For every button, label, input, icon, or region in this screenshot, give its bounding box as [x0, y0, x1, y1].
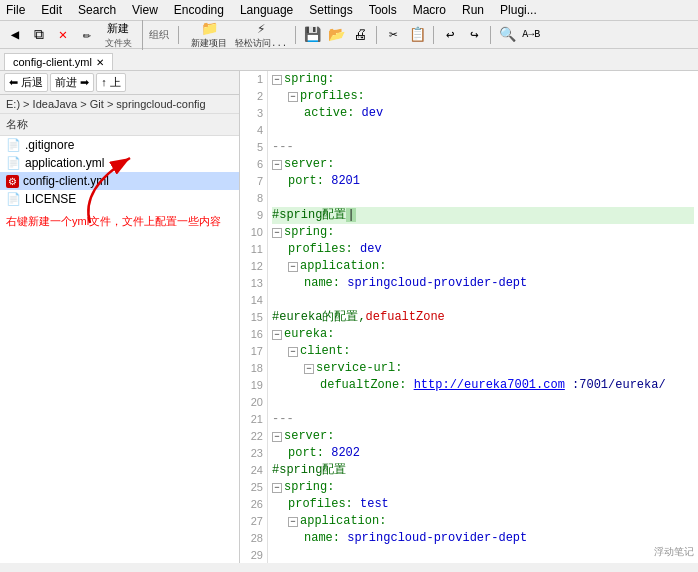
ln-2: 2	[240, 88, 267, 105]
toolbar-sep-1	[178, 26, 179, 44]
minus-1[interactable]: −	[272, 75, 282, 85]
code-line-2: −profiles:	[272, 88, 694, 105]
code-line-6: −server:	[272, 156, 694, 173]
toolbar-copy[interactable]: ⧉	[28, 24, 50, 46]
menu-view[interactable]: View	[130, 2, 160, 18]
menu-run[interactable]: Run	[460, 2, 486, 18]
minus-6[interactable]: −	[272, 160, 282, 170]
code-line-27: −application:	[272, 513, 694, 530]
ln-27: 27	[240, 513, 267, 530]
code-line-1: −spring:	[272, 71, 694, 88]
toolbar-sep-5	[490, 26, 491, 44]
ln-4: 4	[240, 122, 267, 139]
toolbar-print[interactable]: 🖨	[349, 24, 371, 46]
toolbar-redo[interactable]: ↪	[463, 24, 485, 46]
ln-24: 24	[240, 462, 267, 479]
editor-area[interactable]: 1 2 3 4 5 6 7 8 9 10 11 12 13 14 15 16 1…	[240, 71, 698, 563]
code-line-20	[272, 394, 694, 411]
toolbar-rename[interactable]: ✏	[76, 24, 98, 46]
menu-plugin[interactable]: Plugi...	[498, 2, 539, 18]
minus-25[interactable]: −	[272, 483, 282, 493]
toolbar-new-project[interactable]: 📁 新建项目	[188, 19, 230, 51]
code-line-10: −spring:	[272, 224, 694, 241]
menu-search[interactable]: Search	[76, 2, 118, 18]
minus-22[interactable]: −	[272, 432, 282, 442]
toolbar-open[interactable]: 📂	[325, 24, 347, 46]
menu-encoding[interactable]: Encoding	[172, 2, 226, 18]
main-layout: ⬅ 后退 前进 ➡ ↑ 上 E:) > IdeaJava > Git > spr…	[0, 71, 698, 563]
menu-edit[interactable]: Edit	[39, 2, 64, 18]
sidebar-toolbar: ⬅ 后退 前进 ➡ ↑ 上	[0, 71, 239, 95]
ln-6: 6	[240, 156, 267, 173]
menu-macro[interactable]: Macro	[411, 2, 448, 18]
code-line-4	[272, 122, 694, 139]
toolbar-cut[interactable]: ✂	[382, 24, 404, 46]
menu-file[interactable]: File	[4, 2, 27, 18]
ln-8: 8	[240, 190, 267, 207]
code-line-7: port: 8201	[272, 173, 694, 190]
code-line-25: −spring:	[272, 479, 694, 496]
toolbar-save[interactable]: 💾	[301, 24, 323, 46]
ln-18: 18	[240, 360, 267, 377]
toolbar-quick-access[interactable]: ⚡ 轻松访问...	[232, 19, 290, 51]
ln-23: 23	[240, 445, 267, 462]
toolbar-new-item[interactable]: 新建	[104, 20, 132, 37]
menu-language[interactable]: Language	[238, 2, 295, 18]
minus-12[interactable]: −	[288, 262, 298, 272]
code-line-29	[272, 547, 694, 563]
toolbar-delete[interactable]: ✕	[52, 24, 74, 46]
breadcrumb: E:) > IdeaJava > Git > springcloud-confi…	[0, 95, 239, 114]
ln-21: 21	[240, 411, 267, 428]
code-line-21: ---	[272, 411, 694, 428]
ln-20: 20	[240, 394, 267, 411]
annotation-text: 右键新建一个yml文件，文件上配置一些内容	[0, 208, 239, 235]
code-line-18: −service-url:	[272, 360, 694, 377]
sidebar-up-btn[interactable]: ↑ 上	[96, 73, 126, 92]
code-line-15: #eureka的配置,defualtZone	[272, 309, 694, 326]
toolbar-paste[interactable]: 📋	[406, 24, 428, 46]
code-line-9: #spring配置|	[272, 207, 694, 224]
code-line-16: −eureka:	[272, 326, 694, 343]
code-line-17: −client:	[272, 343, 694, 360]
minus-27[interactable]: −	[288, 517, 298, 527]
menu-settings[interactable]: Settings	[307, 2, 354, 18]
ln-19: 19	[240, 377, 267, 394]
menu-tools[interactable]: Tools	[367, 2, 399, 18]
toolbar-undo[interactable]: ↩	[439, 24, 461, 46]
file-gitignore[interactable]: 📄 .gitignore	[0, 136, 239, 154]
ln-9: 9	[240, 207, 267, 224]
ln-10: 10	[240, 224, 267, 241]
code-content[interactable]: −spring: −profiles: active: dev --- −ser…	[268, 71, 698, 563]
minus-2[interactable]: −	[288, 92, 298, 102]
ln-3: 3	[240, 105, 267, 122]
code-line-22: −server:	[272, 428, 694, 445]
ln-28: 28	[240, 530, 267, 547]
file-label-config: config-client.yml	[23, 174, 233, 188]
code-line-3: active: dev	[272, 105, 694, 122]
watermark: 浮动笔记	[654, 545, 694, 559]
sidebar-forward-btn[interactable]: 前进 ➡	[50, 73, 94, 92]
ln-17: 17	[240, 343, 267, 360]
file-label-application: application.yml	[25, 156, 233, 170]
minus-10[interactable]: −	[272, 228, 282, 238]
toolbar-back[interactable]: ◀	[4, 24, 26, 46]
tab-config-client[interactable]: config-client.yml ✕	[4, 53, 113, 70]
ln-7: 7	[240, 173, 267, 190]
file-label-gitignore: .gitignore	[25, 138, 233, 152]
sidebar-back-btn[interactable]: ⬅ 后退	[4, 73, 48, 92]
file-application-yml[interactable]: 📄 application.yml	[0, 154, 239, 172]
ln-1: 1	[240, 71, 267, 88]
file-icon-license: 📄	[6, 192, 21, 206]
code-line-8	[272, 190, 694, 207]
toolbar: ◀ ⧉ ✕ ✏ 新建 文件夹 组织 📁 新建项目 ⚡ 轻松访问... 💾 📂 🖨…	[0, 21, 698, 49]
toolbar-search[interactable]: 🔍	[496, 24, 518, 46]
tab-close-icon[interactable]: ✕	[96, 57, 104, 68]
minus-18[interactable]: −	[304, 364, 314, 374]
file-tree: 📄 .gitignore 📄 application.yml ⚙ config-…	[0, 136, 239, 208]
code-line-11: profiles: dev	[272, 241, 694, 258]
minus-17[interactable]: −	[288, 347, 298, 357]
file-config-client-yml[interactable]: ⚙ config-client.yml	[0, 172, 239, 190]
toolbar-replace[interactable]: A→B	[520, 24, 542, 46]
file-license[interactable]: 📄 LICENSE	[0, 190, 239, 208]
minus-16[interactable]: −	[272, 330, 282, 340]
